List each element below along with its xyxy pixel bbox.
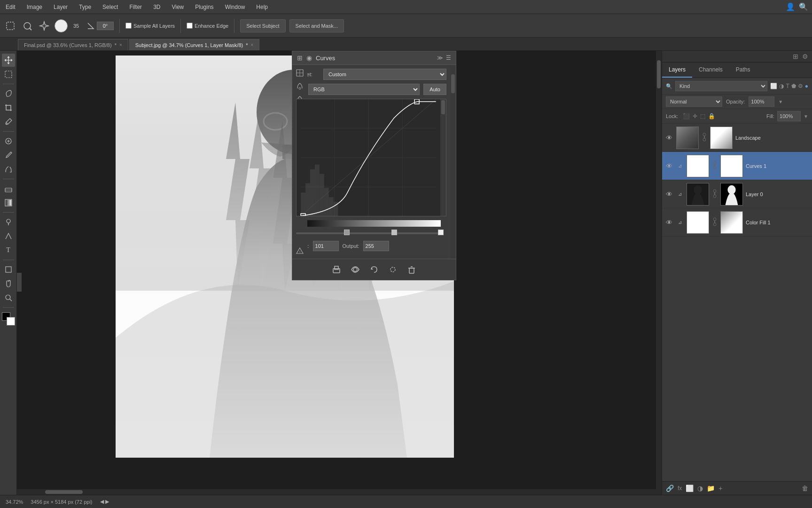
visibility-btn[interactable] [349, 263, 362, 276]
canvas-scrollbar-vertical[interactable] [656, 51, 662, 495]
gradient-tool[interactable] [2, 196, 15, 209]
menu-image[interactable]: Image [25, 3, 44, 11]
tab-layers[interactable]: Layers [662, 63, 692, 78]
menu-filter[interactable]: Filter [127, 3, 144, 11]
menu-layer[interactable]: Layer [52, 3, 70, 11]
kind-filter-select[interactable]: Kind [675, 81, 767, 91]
opacity-input[interactable] [749, 96, 774, 107]
delete-layer-icon[interactable]: 🗑 [802, 484, 808, 492]
user-icon[interactable]: 👤 [786, 2, 795, 11]
tab-final-psd[interactable]: Final.psd @ 33.6% (Curves 1, RGB/8) * × [18, 39, 128, 50]
text-tool[interactable]: T [2, 244, 15, 257]
view-previous-btn[interactable] [386, 263, 399, 276]
panel-icon-2[interactable]: ⚙ [802, 53, 808, 60]
layer-curves1-visibility-icon[interactable]: 👁 [666, 162, 673, 170]
new-group-icon[interactable]: 📁 [707, 484, 715, 492]
tab-channels[interactable]: Channels [692, 63, 729, 78]
curves-scroll-thumb[interactable] [441, 100, 445, 114]
curves-eyedropper-black-icon[interactable] [295, 81, 305, 91]
menu-edit[interactable]: Edit [4, 3, 17, 11]
fill-dropdown-arrow[interactable]: ▼ [804, 114, 808, 119]
menu-type[interactable]: Type [77, 3, 93, 11]
layer-fx-icon[interactable]: fx [678, 485, 682, 492]
canvas-scroll-thumb-v[interactable] [657, 60, 661, 88]
add-mask-icon[interactable]: ⬜ [686, 484, 694, 492]
dodge-tool[interactable] [2, 215, 15, 229]
move-tool[interactable] [2, 54, 15, 67]
search-icon-menu[interactable]: 🔍 [799, 2, 808, 11]
zoom-tool[interactable] [2, 291, 15, 304]
filter-toggle-icon[interactable]: ● [805, 83, 808, 89]
canvas-scrollbar-horizontal[interactable] [17, 489, 656, 495]
brush-tool[interactable] [2, 149, 15, 162]
panel-menu-icon[interactable]: ☰ [446, 55, 451, 61]
preset-select[interactable]: Custom [323, 69, 446, 80]
canvas-scroll-thumb-h[interactable] [45, 490, 83, 494]
menu-3d[interactable]: 3D [151, 3, 162, 11]
status-arrows[interactable]: ◀ ▶ [100, 499, 109, 505]
enhance-edge-input[interactable] [187, 23, 193, 29]
clip-to-layer-btn[interactable] [330, 263, 343, 276]
curves-graph[interactable] [296, 99, 446, 216]
layer-landscape-visibility-icon[interactable]: 👁 [666, 134, 673, 142]
tab-final-psd-close[interactable]: × [119, 42, 122, 48]
lock-position-icon[interactable]: ✛ [693, 113, 697, 119]
panel-circle-icon[interactable]: ◉ [306, 54, 312, 62]
layer-item-landscape[interactable]: 👁 Landscape [662, 124, 812, 152]
enhance-edge-checkbox[interactable]: Enhance Edge [187, 23, 228, 29]
selection-tool-btn[interactable] [4, 19, 17, 32]
lock-artboard-icon[interactable]: ⬚ [700, 113, 705, 119]
sample-all-layers-checkbox[interactable]: Sample All Layers [125, 23, 175, 29]
lock-pixels-icon[interactable]: ⬛ [683, 113, 690, 119]
reset-btn[interactable] [367, 263, 381, 276]
clone-stamp-tool[interactable] [2, 163, 15, 176]
brush-size-control[interactable]: 35 [55, 19, 83, 32]
crop-tool[interactable] [2, 101, 15, 114]
marquee-tool[interactable] [2, 68, 15, 81]
layer-colorfill1-visibility-icon[interactable]: 👁 [666, 219, 673, 226]
menu-plugins[interactable]: Plugins [193, 3, 215, 11]
brush-preview[interactable] [55, 19, 68, 32]
input-value[interactable] [313, 241, 339, 251]
link-layers-icon[interactable]: 🔗 [666, 484, 674, 492]
panel-expand-icon[interactable]: ≫ [437, 55, 443, 61]
panel-icon-1[interactable]: ⊞ [793, 53, 798, 60]
tab-subject-jpg[interactable]: Subject.jpg @ 34.7% (Curves 1, Layer Mas… [129, 39, 260, 50]
delete-adjustment-btn[interactable] [405, 263, 418, 276]
panel-grid-icon[interactable]: ⊞ [297, 54, 303, 62]
filter-shape-icon[interactable]: ⬟ [791, 83, 796, 89]
lock-all-icon[interactable]: 🔒 [708, 113, 715, 119]
blend-mode-select[interactable]: Normal [666, 96, 722, 107]
slider-black-thumb[interactable] [344, 230, 350, 235]
sample-all-layers-input[interactable] [125, 23, 132, 29]
angle-value[interactable]: 0° [97, 22, 114, 30]
curves-scrollbar[interactable] [440, 99, 446, 216]
menu-help[interactable]: Help [254, 3, 270, 11]
healing-brush-tool[interactable] [2, 135, 15, 148]
eyedropper-tool[interactable] [2, 115, 15, 128]
menu-window[interactable]: Window [223, 3, 247, 11]
select-subject-button[interactable]: Select Subject [240, 19, 285, 32]
opacity-dropdown-arrow[interactable]: ▼ [778, 99, 783, 104]
eraser-tool[interactable] [2, 182, 15, 195]
layer-item-layer0[interactable]: 👁 ⊿ [662, 180, 812, 208]
color-swatches[interactable] [2, 312, 15, 325]
properties-scrollbar[interactable] [450, 65, 456, 259]
new-layer-icon[interactable]: + [718, 484, 722, 492]
histogram-slider[interactable] [296, 230, 441, 237]
filter-smart-icon[interactable]: ⚙ [798, 83, 803, 89]
hand-tool[interactable] [2, 277, 15, 290]
lasso-tool[interactable] [2, 87, 15, 100]
layer-item-curves1[interactable]: 👁 ⊿ Curves 1 [662, 152, 812, 180]
tab-paths[interactable]: Paths [729, 63, 757, 78]
layer-item-colorfill1[interactable]: 👁 ⊿ Color Fill 1 [662, 208, 812, 237]
fill-input[interactable] [777, 111, 801, 121]
filter-pixel-icon[interactable]: ⬜ [770, 83, 777, 89]
auto-button[interactable]: Auto [423, 84, 446, 95]
properties-scroll-thumb[interactable] [451, 74, 455, 93]
menu-select[interactable]: Select [101, 3, 120, 11]
canvas-expand-btn[interactable] [17, 273, 22, 292]
filter-adjustment-icon[interactable]: ◑ [779, 83, 784, 89]
menu-view[interactable]: View [170, 3, 186, 11]
slider-mid-thumb[interactable] [391, 230, 397, 235]
